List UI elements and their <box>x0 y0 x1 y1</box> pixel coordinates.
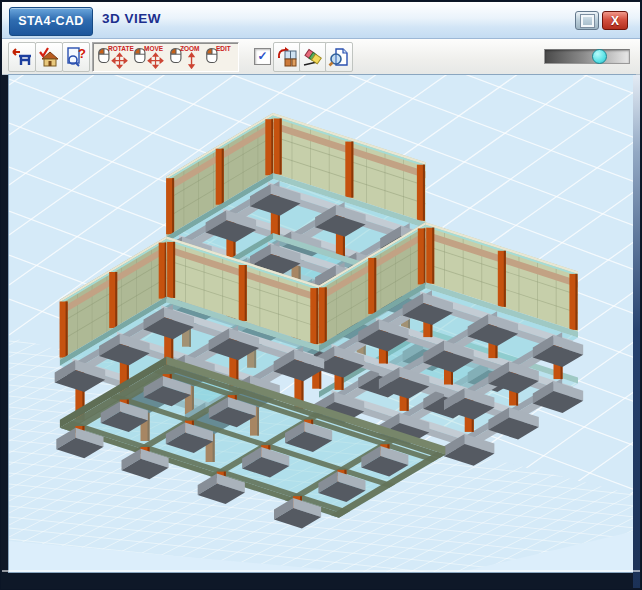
mouse-tool-zoom[interactable]: ZOOM <box>168 45 204 69</box>
viewport-3d[interactable] <box>9 75 635 572</box>
switch-window-icon <box>276 46 298 68</box>
maximize-icon <box>581 15 594 27</box>
window-frame-right <box>633 75 640 588</box>
home-icon <box>38 46 60 68</box>
zoom-slider-thumb[interactable] <box>592 49 607 64</box>
help-search-icon: ? <box>65 46 87 68</box>
app-logo: STA4-CAD <box>9 7 93 36</box>
mouse-tool-edit[interactable]: EDIT <box>204 45 240 69</box>
mouse-tool-label: ZOOM <box>180 45 200 52</box>
exit-3d-button[interactable] <box>8 42 36 72</box>
toolbar: ? ROTATEMOVEZOOMEDIT ✓ <box>2 39 640 75</box>
eraser-button[interactable] <box>299 42 327 72</box>
mouse-tool-move[interactable]: MOVE <box>132 45 168 69</box>
render-checkbox[interactable]: ✓ <box>254 48 271 65</box>
home-button[interactable] <box>35 42 63 72</box>
mouse-mode-group: ROTATEMOVEZOOMEDIT <box>92 42 239 72</box>
zoom-page-button[interactable] <box>325 42 353 72</box>
mouse-tool-label: MOVE <box>144 45 163 52</box>
close-button[interactable]: X <box>602 11 628 30</box>
mouse-tool-label: EDIT <box>216 45 231 52</box>
window-frame-left <box>2 75 9 588</box>
eraser-icon <box>302 46 324 68</box>
zoom-page-icon <box>328 46 350 68</box>
maximize-button[interactable] <box>575 11 599 30</box>
zoom-slider[interactable] <box>544 49 630 64</box>
mouse-tool-rotate[interactable]: ROTATE <box>96 45 132 69</box>
svg-text:?: ? <box>78 46 86 61</box>
title-bar[interactable]: STA4-CAD 3D VIEW X <box>2 2 640 39</box>
switch-window-button[interactable] <box>273 42 301 72</box>
exit-3d-icon <box>11 46 33 68</box>
window-title: 3D VIEW <box>102 11 161 26</box>
window-frame-bottom <box>2 570 640 588</box>
mouse-tool-label: ROTATE <box>108 45 134 52</box>
help-search-button[interactable]: ? <box>62 42 90 72</box>
app-window: STA4-CAD 3D VIEW X <box>0 0 642 590</box>
